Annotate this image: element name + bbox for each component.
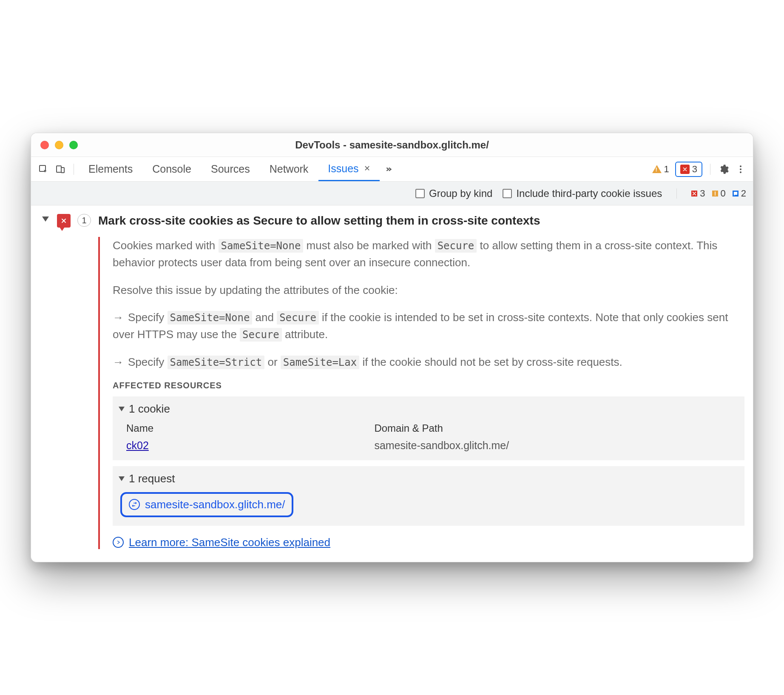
code-snippet: SameSite=None	[168, 311, 253, 325]
more-options-icon[interactable]	[733, 161, 749, 177]
issue-body: Cookies marked with SameSite=None must a…	[98, 237, 744, 549]
checkbox-icon	[415, 189, 425, 198]
code-snippet: SameSite=Strict	[168, 356, 265, 369]
count-value: 1	[82, 216, 86, 225]
learn-more-link[interactable]: Learn more: SameSite cookies explained	[129, 536, 330, 549]
tab-label: Elements	[88, 163, 133, 175]
code-snippet: SameSite=None	[219, 239, 304, 253]
network-icon	[129, 499, 140, 510]
code-snippet: Secure	[435, 239, 477, 253]
chevron-down-icon	[119, 407, 125, 411]
code-snippet: Secure	[240, 328, 282, 342]
error-icon	[691, 191, 697, 197]
issue-item: 1 Mark cross-site cookies as Secure to a…	[31, 205, 753, 562]
table-row: ck02 samesite-sandbox.glitch.me/	[119, 437, 739, 454]
affected-requests: 1 request samesite-sandbox.glitch.me/	[113, 466, 744, 526]
tab-label: Network	[270, 163, 309, 175]
request-link[interactable]: samesite-sandbox.glitch.me/	[120, 492, 293, 517]
issues-filter-bar: Group by kind Include third-party cookie…	[31, 182, 753, 205]
count-value: 2	[741, 188, 746, 199]
info-icon	[733, 191, 739, 197]
improvement-count[interactable]: 2	[733, 188, 746, 199]
issue-title: Mark cross-site cookies as Secure to all…	[98, 213, 744, 228]
breaking-change-count[interactable]: 0	[712, 188, 726, 199]
separator	[710, 164, 710, 175]
warnings-badge[interactable]: 1	[652, 164, 669, 175]
issue-content: Mark cross-site cookies as Secure to all…	[94, 213, 744, 549]
tab-elements[interactable]: Elements	[79, 157, 142, 181]
tab-issues[interactable]: Issues ✕	[318, 157, 379, 181]
separator	[74, 164, 74, 175]
tab-label: Issues	[328, 162, 358, 175]
error-count: 3	[692, 164, 697, 175]
more-tabs-icon[interactable]	[381, 165, 397, 174]
svg-rect-1	[57, 166, 61, 172]
page-error-count[interactable]: 3	[691, 188, 705, 199]
resolution-step: →Specify SameSite=None and Secure if the…	[113, 309, 744, 343]
inspect-element-icon[interactable]	[35, 161, 51, 177]
settings-icon[interactable]	[716, 161, 732, 177]
checkbox-label: Include third-party cookie issues	[516, 188, 662, 199]
expand-toggle[interactable]	[38, 213, 53, 549]
warning-icon	[712, 191, 718, 197]
requests-toggle[interactable]: 1 request	[119, 470, 739, 490]
device-toolbar-icon[interactable]	[52, 161, 68, 177]
col-domain: Domain & Path	[374, 422, 443, 434]
group-by-kind-checkbox[interactable]: Group by kind	[415, 188, 492, 199]
checkbox-icon	[503, 189, 512, 198]
page-error-icon	[57, 214, 71, 228]
group-label: 1 request	[129, 472, 175, 485]
cookie-domain: samesite-sandbox.glitch.me/	[374, 439, 509, 451]
warning-count: 1	[664, 164, 669, 175]
svg-point-3	[740, 165, 741, 167]
devtools-window: DevTools - samesite-sandbox.glitch.me/ E…	[31, 133, 753, 562]
count-value: 3	[700, 188, 705, 199]
affected-resources-heading: AFFECTED RESOURCES	[113, 381, 744, 390]
chevron-down-icon	[119, 476, 125, 481]
resolution-step: →Specify SameSite=Strict or SameSite=Lax…	[113, 353, 744, 370]
request-url: samesite-sandbox.glitch.me/	[145, 498, 285, 511]
issue-resolution-intro: Resolve this issue by updating the attri…	[113, 282, 744, 299]
arrow-icon: →	[113, 309, 124, 326]
learn-more: Learn more: SameSite cookies explained	[113, 536, 744, 549]
cookie-name-link[interactable]: ck02	[126, 439, 149, 451]
checkbox-label: Group by kind	[429, 188, 492, 199]
errors-badge[interactable]: 3	[675, 162, 702, 177]
tab-label: Sources	[211, 163, 250, 175]
svg-rect-2	[61, 168, 64, 173]
arrow-icon: →	[113, 353, 124, 370]
cookies-toggle[interactable]: 1 cookie	[119, 401, 739, 420]
external-link-icon	[113, 537, 124, 548]
close-tab-icon[interactable]: ✕	[364, 164, 370, 173]
tab-label: Console	[152, 163, 191, 175]
issue-kind-counts: 3 0 2	[691, 188, 746, 199]
svg-point-5	[740, 171, 741, 173]
window-title: DevTools - samesite-sandbox.glitch.me/	[31, 139, 753, 151]
code-snippet: Secure	[277, 311, 319, 325]
tab-console[interactable]: Console	[143, 157, 201, 181]
warning-icon	[652, 165, 662, 173]
count-value: 0	[721, 188, 726, 199]
col-name: Name	[126, 422, 357, 434]
include-third-party-checkbox[interactable]: Include third-party cookie issues	[503, 188, 662, 199]
issue-description: Cookies marked with SameSite=None must a…	[113, 237, 744, 271]
error-icon	[680, 165, 690, 174]
window-titlebar: DevTools - samesite-sandbox.glitch.me/	[31, 133, 753, 157]
group-label: 1 cookie	[129, 402, 170, 416]
affected-cookies: 1 cookie Name Domain & Path ck02 samesit…	[113, 396, 744, 460]
separator	[676, 188, 677, 199]
svg-point-4	[740, 168, 741, 170]
issue-count: 1	[74, 213, 94, 549]
tab-network[interactable]: Network	[260, 157, 318, 181]
chevron-down-icon	[42, 216, 49, 222]
svg-rect-6	[734, 192, 737, 195]
toolbar-status: 1 3	[652, 162, 705, 177]
issue-kind	[53, 213, 74, 549]
devtools-tabstrip: Elements Console Sources Network Issues …	[31, 157, 753, 182]
tab-sources[interactable]: Sources	[202, 157, 259, 181]
code-snippet: SameSite=Lax	[281, 356, 359, 369]
count-pill: 1	[77, 214, 91, 227]
table-header: Name Domain & Path	[119, 420, 739, 437]
